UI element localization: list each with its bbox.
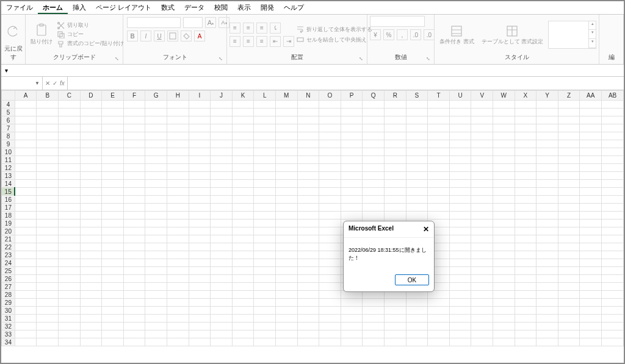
cell[interactable] — [123, 196, 145, 204]
cell[interactable] — [319, 307, 341, 315]
cell[interactable] — [37, 148, 59, 156]
cell[interactable] — [80, 212, 102, 219]
cell[interactable] — [59, 219, 81, 227]
tab-ファイル[interactable]: ファイル — [1, 1, 38, 14]
cell[interactable] — [471, 307, 493, 315]
cell[interactable] — [341, 156, 363, 164]
row-header[interactable]: 12 — [2, 164, 15, 172]
col-header[interactable]: G — [145, 91, 167, 101]
cell[interactable] — [145, 299, 167, 307]
cell[interactable] — [341, 299, 363, 307]
cell[interactable] — [602, 299, 624, 307]
cell[interactable] — [167, 338, 189, 346]
cell[interactable] — [493, 291, 515, 299]
row-header[interactable]: 21 — [2, 235, 15, 243]
cell[interactable] — [493, 180, 515, 188]
cell[interactable] — [167, 188, 189, 196]
cell[interactable] — [602, 116, 624, 124]
cell[interactable] — [558, 196, 580, 204]
cell[interactable] — [145, 291, 167, 299]
cell[interactable] — [254, 212, 276, 219]
cell[interactable] — [602, 275, 624, 283]
row-header[interactable]: 26 — [2, 275, 15, 283]
tab-校閲[interactable]: 校閲 — [209, 1, 233, 14]
cell[interactable] — [189, 283, 211, 291]
cell[interactable] — [536, 148, 558, 156]
cell[interactable] — [471, 101, 493, 109]
cell[interactable] — [319, 109, 341, 116]
cell[interactable] — [515, 101, 536, 109]
cell[interactable] — [515, 219, 536, 227]
cell[interactable] — [211, 323, 233, 330]
cell[interactable] — [471, 315, 493, 323]
cell[interactable] — [275, 164, 297, 172]
cell[interactable] — [580, 196, 602, 204]
cell[interactable] — [449, 330, 471, 338]
cell[interactable] — [580, 140, 602, 148]
cell[interactable] — [493, 148, 515, 156]
cell[interactable] — [558, 101, 580, 109]
cell[interactable] — [211, 299, 233, 307]
cell[interactable] — [363, 132, 385, 140]
cell[interactable] — [167, 307, 189, 315]
cell[interactable] — [428, 109, 450, 116]
cell[interactable] — [536, 227, 558, 235]
cell[interactable] — [15, 164, 37, 172]
cell[interactable] — [37, 227, 59, 235]
cell[interactable] — [319, 140, 341, 148]
cell[interactable] — [341, 323, 363, 330]
cell[interactable] — [189, 164, 211, 172]
grow-font-button[interactable]: A▴ — [205, 17, 216, 28]
cell[interactable] — [145, 148, 167, 156]
cell[interactable] — [319, 291, 341, 299]
cell[interactable] — [102, 109, 124, 116]
row-header[interactable]: 5 — [2, 109, 15, 116]
cell[interactable] — [254, 188, 276, 196]
cell[interactable] — [275, 259, 297, 267]
cell[interactable] — [123, 109, 145, 116]
cell[interactable] — [123, 259, 145, 267]
cell[interactable] — [580, 204, 602, 212]
cell[interactable] — [123, 180, 145, 188]
row-header[interactable]: 11 — [2, 156, 15, 164]
cell[interactable] — [602, 235, 624, 243]
cell[interactable] — [145, 124, 167, 132]
cell[interactable] — [385, 116, 406, 124]
cell[interactable] — [471, 291, 493, 299]
cell[interactable] — [211, 180, 233, 188]
row-header[interactable]: 17 — [2, 204, 15, 212]
cell[interactable] — [515, 109, 536, 116]
cell[interactable] — [123, 172, 145, 180]
cell[interactable] — [471, 156, 493, 164]
cell[interactable] — [145, 140, 167, 148]
cell[interactable] — [428, 124, 450, 132]
cell[interactable] — [167, 291, 189, 299]
cell[interactable] — [15, 307, 37, 315]
cell[interactable] — [37, 299, 59, 307]
cell[interactable] — [493, 299, 515, 307]
cell[interactable] — [471, 109, 493, 116]
cell[interactable] — [319, 299, 341, 307]
cell[interactable] — [59, 148, 81, 156]
dialog-launcher-icon[interactable]: ⤡ — [359, 56, 363, 62]
cell[interactable] — [123, 148, 145, 156]
cell[interactable] — [363, 323, 385, 330]
cell[interactable] — [602, 212, 624, 219]
cell[interactable] — [558, 291, 580, 299]
cell[interactable] — [558, 180, 580, 188]
cell[interactable] — [59, 227, 81, 235]
cell[interactable] — [602, 101, 624, 109]
cell[interactable] — [428, 101, 450, 109]
cell[interactable] — [102, 235, 124, 243]
cell[interactable] — [449, 196, 471, 204]
cell[interactable] — [167, 180, 189, 188]
tab-表示[interactable]: 表示 — [233, 1, 256, 14]
cell[interactable] — [428, 156, 450, 164]
cell[interactable] — [254, 251, 276, 259]
cell[interactable] — [15, 132, 37, 140]
col-header[interactable]: D — [80, 91, 102, 101]
cell[interactable] — [102, 219, 124, 227]
cell[interactable] — [558, 172, 580, 180]
cell[interactable] — [102, 132, 124, 140]
cell[interactable] — [471, 196, 493, 204]
